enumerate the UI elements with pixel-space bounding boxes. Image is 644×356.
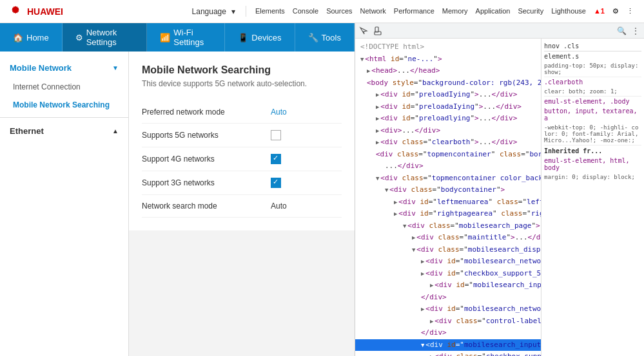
sidebar-mobile-network-label: Mobile Network [10, 63, 72, 73]
content-area: Mobile Network ▼ Internet Connection Mob… [0, 52, 355, 356]
styles-emul-st: emul-st-element, .body [544, 97, 641, 106]
setting-label-4g: Support 4G networks [142, 155, 271, 164]
nav-home[interactable]: 🏠 Home [0, 23, 63, 52]
language-dropdown-icon[interactable]: ▾ [231, 7, 235, 16]
tree-line-preload3[interactable]: ▶<div id="preloadlying">...</div> [355, 113, 541, 125]
checkbox-5g[interactable] [271, 130, 281, 140]
language-selector[interactable]: Language ▾ [192, 7, 235, 16]
sidebar-mobile-network-section[interactable]: Mobile Network ▼ [0, 58, 128, 78]
nav-wifi-settings[interactable]: 📶 Wi-Fi Settings [147, 23, 225, 52]
tree-line-html[interactable]: ▼<html id="ne-..."> [355, 53, 541, 66]
nav-devices-label: Devices [251, 33, 281, 42]
chrome-tab-lighthouse[interactable]: Lighthouse [547, 6, 590, 17]
styles-clear-both: clear: both; zoom: 1; [544, 87, 641, 97]
nav-tools[interactable]: 🔧 Tools [295, 23, 355, 52]
sidebar: Mobile Network ▼ Internet Connection Mob… [0, 52, 129, 356]
main-content-wrapper: Mobile Network Searching This device sup… [129, 52, 355, 356]
devtools-tree[interactable]: <!DOCTYPE html> ▼<html id="ne-..."> ▶<he… [355, 39, 541, 356]
device-emulation-icon[interactable] [372, 25, 384, 37]
setting-label-search-mode: Network search mode [142, 201, 271, 211]
chrome-tab-application[interactable]: Application [472, 6, 514, 17]
devtools-search-icon[interactable]: 🔍 [616, 25, 627, 37]
chrome-tab-performance[interactable]: Performance [390, 6, 438, 17]
tree-line-close-div[interactable]: </div> [355, 292, 541, 304]
styles-inherited-header: Inherited fr... [544, 145, 641, 156]
tree-line-body[interactable]: <body style="background-color: rgb(243, … [355, 77, 541, 89]
styles-element-s: element.s [544, 52, 641, 61]
setting-value-preferred-mode[interactable]: Auto [271, 108, 287, 117]
styles-webkit: -webkit-top: 0; -highli- color: 0; font-… [544, 123, 641, 145]
tree-line-div-empty[interactable]: ▶<div>...</div> [355, 125, 541, 137]
styles-padding-top: padding-top: 50px; display: show; [544, 61, 641, 77]
chrome-tab-sources[interactable]: Sources [322, 6, 356, 17]
tree-line-5g-label[interactable]: ▶<div id="checkbox_support_5G_label" cla… [355, 268, 541, 280]
sidebar-mobile-network-searching[interactable]: Mobile Network Searching [0, 96, 128, 114]
setting-row-4g: Support 4G networks [142, 147, 342, 171]
tree-line-color-white[interactable]: ▼<div class="topmencontainer color_backg… [355, 173, 541, 185]
tree-line-close-div-2[interactable]: </div> [355, 327, 541, 339]
nav-home-label: Home [26, 33, 49, 42]
mobile-network-chevron-icon: ▼ [112, 64, 119, 71]
chrome-tab-console[interactable]: Console [289, 6, 322, 17]
nav-network-settings[interactable]: ⚙ Network Settings [63, 23, 148, 52]
tree-line-preferred-mode[interactable]: ▶<div id="mobilesearch_network_preferred… [355, 256, 541, 268]
left-panel: 🏠 Home ⚙ Network Settings 📶 Wi-Fi Settin… [0, 23, 355, 356]
devtools-content: <!DOCTYPE html> ▼<html id="ne-..."> ▶<he… [355, 39, 644, 356]
tree-line-doctype[interactable]: <!DOCTYPE html> [355, 41, 541, 53]
page-subtitle: This device supports 5G network auto-sel… [142, 79, 342, 88]
tree-line-head[interactable]: ▶<head>...</head> [355, 65, 541, 77]
checkbox-4g[interactable] [271, 154, 281, 164]
tree-line-4g-label[interactable]: ▶<div class="checkbox_support_4G_label">… [355, 351, 541, 356]
sidebar-mobile-network-searching-label: Mobile Network Searching [13, 100, 110, 109]
setting-label-preferred-mode: Preferred network mode [142, 108, 271, 117]
setting-label-5g: Supports 5G networks [142, 131, 271, 140]
sidebar-ethernet-label: Ethernet [10, 126, 44, 136]
network-icon: ⚙ [75, 33, 83, 42]
devtools-chrome-tabs[interactable]: Elements Console Sources Network Perform… [251, 6, 638, 17]
chrome-tab-security[interactable]: Security [514, 6, 547, 17]
svg-point-5 [12, 8, 19, 11]
tree-line-5g-switch[interactable]: ▶<div id="mobilesearch_input_checkbox_su… [355, 279, 541, 292]
checkbox-3g[interactable] [271, 178, 281, 188]
top-bar: HUAWEI Language ▾ Elements Console Sourc… [0, 0, 644, 23]
nav-bar: 🏠 Home ⚙ Network Settings 📶 Wi-Fi Settin… [0, 23, 355, 52]
huawei-logo-icon [6, 5, 24, 18]
chrome-tab-memory[interactable]: Memory [438, 6, 472, 17]
setting-row-3g: Support 3G networks [142, 171, 342, 195]
tree-line-mobilesearch-display[interactable]: ▼<div class="mobilesearch_display" class… [355, 244, 541, 256]
tree-line-topmen-close[interactable]: ...</div> [355, 160, 541, 173]
sidebar-internet-connection-label: Internet Connection [13, 82, 81, 91]
brand-name: HUAWEI [27, 6, 63, 17]
styles-button-input: button, input, textarea, a [544, 106, 641, 123]
tree-line-bodycontainer[interactable]: ▼<div class="bodycontainer"> [355, 184, 541, 196]
tree-line-clearboth[interactable]: ▶<div class="clearboth">...</div> [355, 136, 541, 149]
chrome-tab-elements[interactable]: Elements [251, 6, 289, 17]
tree-line-rightpage[interactable]: ▶<div id="rightpagearea" class="rightpag… [355, 208, 541, 220]
home-icon: 🏠 [13, 33, 23, 42]
styles-clearboth: .clearboth [544, 77, 641, 87]
sidebar-internet-connection[interactable]: Internet Connection [0, 78, 128, 96]
tree-line-mobilesearch-page[interactable]: ▼<div class="mobilesearch_page"> [355, 220, 541, 232]
tree-line-preload2[interactable]: ▶<div id="preloadaIying">...</div> [355, 101, 541, 113]
chrome-tab-error-count: ▲1 [590, 6, 609, 17]
sidebar-divider [0, 117, 128, 118]
tree-line-topmencontainer[interactable]: <div class="topmencontainer" class="bord… [355, 149, 541, 161]
nav-network-label: Network Settings [86, 28, 134, 47]
inspect-element-icon[interactable] [358, 25, 369, 37]
devtools-styles-panel: hnov .cls element.s padding-top: 50px; d… [541, 39, 644, 356]
devtools-chrome-area: Elements Console Sources Network Perform… [246, 6, 638, 17]
tree-line-control-label-1[interactable]: ▶<div class="control-label">...</div> [355, 315, 541, 328]
tree-line-leftmenu[interactable]: ▶<div id="leftmenuarea" class="leftmenua… [355, 196, 541, 209]
tree-line-4g-operate[interactable]: ▼<div id="mobilesearch_input_support_4G_… [355, 339, 541, 351]
devtools-more-icon[interactable]: ⋮ [630, 25, 641, 37]
tree-line-preload1[interactable]: ▶<div id="preloadIying">...</div> [355, 89, 541, 101]
sidebar-ethernet-section[interactable]: Ethernet ▲ [0, 121, 128, 141]
nav-devices[interactable]: 📱 Devices [225, 23, 295, 52]
chrome-devtools-more[interactable]: ⋮ [623, 6, 638, 17]
tree-line-maintitle[interactable]: ▶<div class="maintitle">...</div> [355, 232, 541, 244]
chrome-tab-network[interactable]: Network [356, 6, 390, 17]
styles-hnov-cls: hnov .cls [544, 41, 641, 52]
tree-line-5g-mode[interactable]: ▶<div id="mobilesearch_network_mode_5G" … [355, 303, 541, 315]
tools-icon: 🔧 [308, 33, 318, 42]
chrome-devtools-settings[interactable]: ⚙ [609, 6, 623, 17]
